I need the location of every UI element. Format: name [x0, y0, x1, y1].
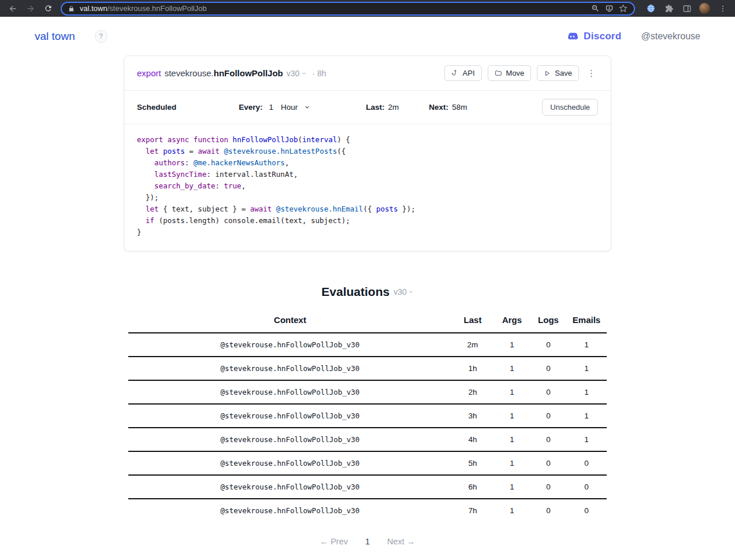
browser-menu-kebab-icon[interactable]	[714, 1, 732, 16]
back-icon[interactable]	[3, 1, 21, 16]
code-token: lastSyncTime	[154, 170, 206, 179]
api-hook-icon	[451, 69, 459, 77]
code-token	[163, 135, 168, 144]
side-panel-icon[interactable]	[678, 1, 696, 16]
cell-emails: 1	[566, 428, 607, 451]
val-card: export stevekrouse. hnFollowPollJob v30 …	[124, 55, 611, 251]
extensions-puzzle-icon[interactable]	[660, 1, 678, 16]
api-button[interactable]: API	[444, 65, 482, 81]
code-token: if	[146, 216, 154, 225]
column-header-context: Context	[128, 310, 452, 333]
username-link[interactable]: @stevekrouse	[641, 31, 700, 42]
table-row[interactable]: @stevekrouse.hnFollowPollJob_v302m101	[128, 333, 607, 357]
discord-link[interactable]: Discord	[566, 31, 621, 42]
cell-args: 1	[493, 428, 530, 451]
code-token: ({	[337, 147, 346, 155]
code-token	[220, 147, 224, 155]
code-token: @stevekrouse.hnLatestPosts	[224, 147, 337, 155]
header-right: Discord @stevekrouse	[566, 31, 700, 42]
forward-icon[interactable]	[21, 1, 39, 16]
code-token: await	[198, 147, 220, 155]
code-token: authors	[154, 158, 185, 167]
install-icon[interactable]	[605, 4, 614, 13]
code-block[interactable]: export async function hnFollowPollJob(in…	[124, 124, 611, 251]
move-button-label: Move	[506, 69, 525, 77]
code-token	[272, 205, 276, 213]
valtown-logo[interactable]: val town	[35, 30, 75, 43]
evaluations-version-label: v30	[394, 287, 407, 296]
next-button[interactable]: Next →	[387, 537, 415, 546]
save-button[interactable]: Save	[537, 65, 579, 81]
table-row[interactable]: @stevekrouse.hnFollowPollJob_v306h100	[128, 475, 607, 499]
code-token: true	[224, 181, 242, 190]
cell-args: 1	[493, 404, 530, 428]
code-line: if (posts.length) console.email(text, su…	[137, 215, 598, 227]
val-age: · 8h	[312, 69, 326, 78]
folder-icon	[495, 69, 502, 77]
schedule-last: Last: 2m	[366, 103, 399, 112]
code-token: @me.hackerNewsAuthors	[194, 158, 285, 167]
val-menu-kebab-icon[interactable]: ⋮	[585, 68, 598, 79]
cell-emails: 1	[566, 404, 607, 428]
cell-last: 4h	[452, 428, 493, 451]
export-keyword: export	[137, 68, 161, 78]
evaluations-version-dropdown[interactable]: v30	[394, 287, 414, 296]
last-value: 2m	[388, 103, 399, 112]
profile-avatar[interactable]	[696, 1, 714, 16]
cell-emails: 0	[566, 451, 607, 475]
val-card-header: export stevekrouse. hnFollowPollJob v30 …	[124, 56, 611, 90]
code-token: @stevekrouse.hnEmail	[276, 205, 363, 213]
address-bar[interactable]: val.town/stevekrouse.hnFollowPollJob	[61, 2, 635, 16]
code-token: posts	[376, 205, 398, 213]
chevron-down-icon	[301, 71, 307, 76]
version-label: v30	[287, 69, 300, 78]
prev-button[interactable]: ← Prev	[320, 537, 348, 546]
every-label: Every:	[239, 103, 262, 112]
code-token: (posts.length) console.email(text, subje…	[154, 216, 350, 225]
site-header: val town ? Discord @stevekrouse	[0, 17, 735, 49]
cell-context: @stevekrouse.hnFollowPollJob_v30	[128, 380, 452, 404]
code-token: }	[137, 228, 142, 236]
cell-logs: 0	[530, 357, 566, 380]
lock-icon[interactable]	[68, 5, 75, 12]
table-row[interactable]: @stevekrouse.hnFollowPollJob_v304h101	[128, 428, 607, 451]
table-row[interactable]: @stevekrouse.hnFollowPollJob_v302h101	[128, 380, 607, 404]
avatar	[699, 3, 710, 14]
help-button[interactable]: ?	[95, 30, 107, 43]
code-token	[189, 135, 194, 144]
column-header-emails: Emails	[566, 310, 607, 333]
code-token: { text, subject } =	[159, 205, 250, 213]
move-button[interactable]: Move	[488, 65, 532, 81]
code-token: =	[185, 147, 198, 155]
current-page[interactable]: 1	[365, 537, 370, 546]
code-token: let	[146, 205, 159, 213]
cell-args: 1	[493, 451, 530, 475]
url-text: val.town/stevekrouse.hnFollowPollJob	[80, 4, 586, 13]
evaluations-table-body: @stevekrouse.hnFollowPollJob_v302m101@st…	[128, 333, 607, 522]
version-dropdown[interactable]: v30	[287, 69, 307, 78]
table-row[interactable]: @stevekrouse.hnFollowPollJob_v301h101	[128, 357, 607, 380]
code-token	[137, 216, 146, 225]
every-value[interactable]: 1	[269, 103, 274, 112]
zoom-icon[interactable]	[591, 4, 600, 13]
save-button-label: Save	[555, 69, 572, 77]
next-value: 58m	[452, 103, 467, 112]
cell-emails: 1	[566, 380, 607, 404]
code-token: });	[137, 193, 159, 202]
cell-args: 1	[493, 380, 530, 404]
reload-icon[interactable]	[39, 1, 57, 16]
code-token: });	[398, 205, 415, 213]
table-row[interactable]: @stevekrouse.hnFollowPollJob_v305h100	[128, 451, 607, 475]
cell-context: @stevekrouse.hnFollowPollJob_v30	[128, 428, 452, 451]
interval-unit-select[interactable]: Hour	[281, 103, 310, 112]
table-row[interactable]: @stevekrouse.hnFollowPollJob_v307h100	[128, 499, 607, 522]
schedule-row: Scheduled Every: 1 Hour Last: 2m Next: 5…	[124, 91, 611, 124]
unschedule-button[interactable]: Unschedule	[542, 99, 598, 116]
globe-extension-icon[interactable]	[642, 1, 660, 16]
code-token: interval	[302, 135, 337, 144]
column-header-logs: Logs	[530, 310, 566, 333]
bookmark-star-icon[interactable]	[619, 4, 628, 13]
table-row[interactable]: @stevekrouse.hnFollowPollJob_v303h101	[128, 404, 607, 428]
cell-args: 1	[493, 499, 530, 522]
last-label: Last:	[366, 103, 384, 112]
